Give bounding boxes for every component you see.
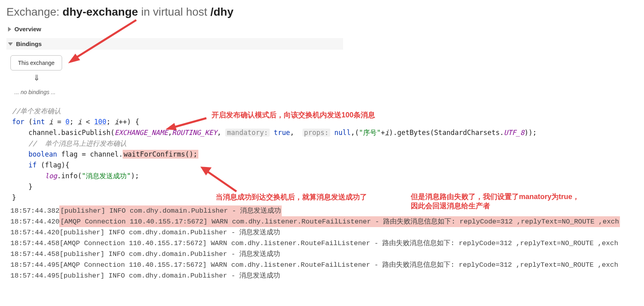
this-exchange-box[interactable]: This exchange xyxy=(10,55,62,70)
bindings-body: This exchange ⇓ ... no bindings ... xyxy=(6,51,638,101)
exchange-name: dhy-exchange xyxy=(63,6,138,18)
overview-title: Overview xyxy=(14,26,41,32)
log-line: 18:57:44.420 [AMQP Connection 110.40.155… xyxy=(10,216,644,227)
double-down-arrow-icon: ⇓ xyxy=(10,70,63,83)
log-line: 18:57:44.495 [AMQP Connection 110.40.155… xyxy=(10,260,644,270)
title-prefix: Exchange: xyxy=(6,6,63,18)
code-block: //单个发布确认 for (int i = 0; i < 100; i++) {… xyxy=(0,104,644,205)
overview-toggle[interactable]: Overview xyxy=(6,23,343,35)
caret-down-icon xyxy=(8,42,13,46)
bindings-toggle[interactable]: Bindings xyxy=(6,38,343,50)
title-middle: in virtual host xyxy=(138,6,210,18)
log-line: 18:57:44.382 [publisher] INFO com.dhy.do… xyxy=(10,205,644,216)
log-line: 18:57:44.495 [publisher] INFO com.dhy.do… xyxy=(10,270,644,281)
log-output: 18:57:44.382 [publisher] INFO com.dhy.do… xyxy=(0,205,644,284)
caret-right-icon xyxy=(8,27,11,32)
log-line: 18:57:44.458 [publisher] INFO com.dhy.do… xyxy=(10,249,644,260)
page-title: Exchange: dhy-exchange in virtual host /… xyxy=(0,0,644,22)
vhost-name: /dhy xyxy=(210,6,234,18)
bindings-title: Bindings xyxy=(16,40,42,47)
log-line: 18:57:44.458 [AMQP Connection 110.40.155… xyxy=(10,238,644,249)
no-bindings-text: ... no bindings ... xyxy=(10,83,638,99)
log-line: 18:57:44.420 [publisher] INFO com.dhy.do… xyxy=(10,227,644,238)
